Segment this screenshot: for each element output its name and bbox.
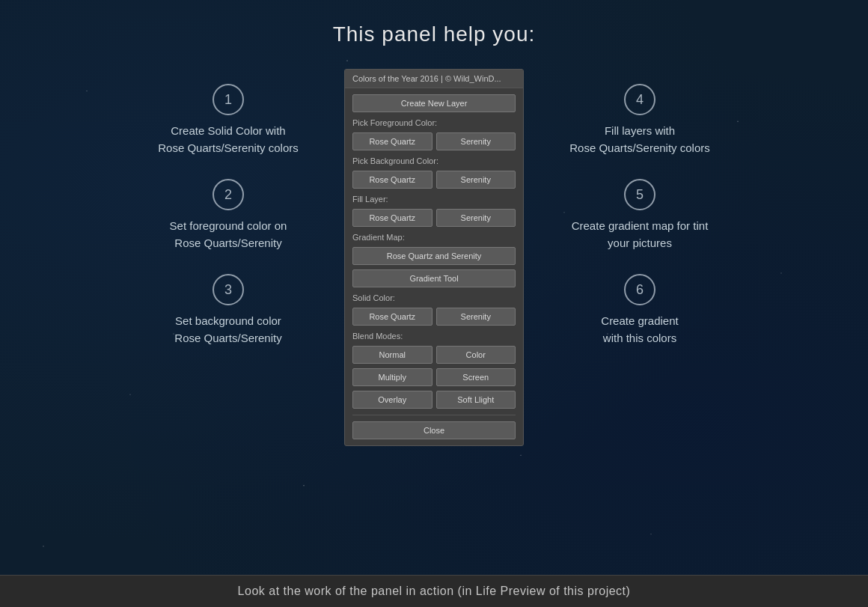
footer: Look at the work of the panel in action … bbox=[0, 575, 868, 607]
instruction-text-4: Fill layers withRose Quarts/Serenity col… bbox=[569, 123, 710, 156]
main-area: 1 Create Solid Color withRose Quarts/Ser… bbox=[0, 61, 868, 575]
blend-modes-label: Blend Modes: bbox=[352, 332, 516, 341]
gradient-map-button[interactable]: Rose Quartz and Serenity bbox=[352, 247, 516, 265]
header: This panel help you: bbox=[0, 0, 868, 61]
panel-title-text: Colors of the Year 2016 | © Wild_WinD... bbox=[352, 74, 501, 83]
instruction-2: 2 Set foreground color onRose Quarts/Ser… bbox=[127, 179, 329, 251]
pick-bg-label: Pick Background Color: bbox=[352, 156, 516, 165]
page-title: This panel help you: bbox=[0, 22, 868, 46]
blend-soft-light-button[interactable]: Soft Llight bbox=[436, 391, 516, 409]
pick-bg-rose-button[interactable]: Rose Quartz bbox=[352, 171, 433, 189]
instruction-text-6: Create gradientwith this colors bbox=[601, 313, 678, 347]
instruction-3: 3 Set background colorRose Quarts/Sereni… bbox=[127, 274, 329, 347]
pick-bg-serenity-button[interactable]: Serenity bbox=[436, 171, 516, 189]
blend-multiply-button[interactable]: Multiply bbox=[352, 368, 433, 386]
right-instructions: 4 Fill layers withRose Quarts/Serenity c… bbox=[524, 69, 771, 347]
pick-fg-serenity-button[interactable]: Serenity bbox=[436, 132, 516, 150]
fill-layer-row: Rose Quartz Serenity bbox=[352, 209, 516, 227]
left-instructions: 1 Create Solid Color withRose Quarts/Ser… bbox=[97, 69, 344, 347]
step-circle-3: 3 bbox=[213, 274, 244, 305]
blend-row-2: Multiply Screen bbox=[352, 368, 516, 386]
blend-row-1: Normal Color bbox=[352, 346, 516, 364]
panel: Colors of the Year 2016 | © Wild_WinD...… bbox=[344, 69, 524, 446]
instruction-text-5: Create gradient map for tintyour picture… bbox=[572, 218, 709, 251]
pick-bg-row: Rose Quartz Serenity bbox=[352, 171, 516, 189]
blend-overlay-button[interactable]: Overlay bbox=[352, 391, 433, 409]
gradient-map-label: Gradient Map: bbox=[352, 233, 516, 242]
step-circle-6: 6 bbox=[624, 274, 655, 305]
instruction-text-2: Set foreground color onRose Quarts/Seren… bbox=[170, 218, 287, 251]
solid-serenity-button[interactable]: Serenity bbox=[436, 308, 516, 326]
instruction-1: 1 Create Solid Color withRose Quarts/Ser… bbox=[127, 84, 329, 156]
instruction-text-3: Set background colorRose Quarts/Serenity bbox=[174, 313, 281, 347]
panel-divider bbox=[352, 415, 516, 415]
fill-rose-button[interactable]: Rose Quartz bbox=[352, 209, 433, 227]
step-circle-2: 2 bbox=[213, 179, 244, 210]
close-button[interactable]: Close bbox=[352, 421, 516, 439]
panel-body: Create New Layer Pick Foreground Color: … bbox=[345, 88, 523, 445]
solid-color-label: Solid Color: bbox=[352, 293, 516, 302]
pick-fg-row: Rose Quartz Serenity bbox=[352, 132, 516, 150]
fill-layer-label: Fill Layer: bbox=[352, 195, 516, 204]
blend-screen-button[interactable]: Screen bbox=[436, 368, 516, 386]
blend-color-button[interactable]: Color bbox=[436, 346, 516, 364]
panel-titlebar: Colors of the Year 2016 | © Wild_WinD... bbox=[345, 70, 523, 88]
solid-color-row: Rose Quartz Serenity bbox=[352, 308, 516, 326]
instruction-5: 5 Create gradient map for tintyour pictu… bbox=[539, 179, 741, 251]
blend-normal-button[interactable]: Normal bbox=[352, 346, 433, 364]
pick-fg-label: Pick Foreground Color: bbox=[352, 118, 516, 127]
instruction-6: 6 Create gradientwith this colors bbox=[539, 274, 741, 347]
pick-fg-rose-button[interactable]: Rose Quartz bbox=[352, 132, 433, 150]
footer-text: Look at the work of the panel in action … bbox=[238, 585, 631, 597]
panel-container: Colors of the Year 2016 | © Wild_WinD...… bbox=[344, 69, 524, 446]
fill-serenity-button[interactable]: Serenity bbox=[436, 209, 516, 227]
solid-rose-button[interactable]: Rose Quartz bbox=[352, 308, 433, 326]
step-circle-4: 4 bbox=[624, 84, 655, 115]
step-circle-1: 1 bbox=[213, 84, 244, 115]
create-new-layer-button[interactable]: Create New Layer bbox=[352, 94, 516, 112]
gradient-tool-button[interactable]: Gradient Tool bbox=[352, 269, 516, 287]
step-circle-5: 5 bbox=[624, 179, 655, 210]
blend-row-3: Overlay Soft Llight bbox=[352, 391, 516, 409]
instruction-4: 4 Fill layers withRose Quarts/Serenity c… bbox=[539, 84, 741, 156]
instruction-text-1: Create Solid Color withRose Quarts/Seren… bbox=[158, 123, 299, 156]
